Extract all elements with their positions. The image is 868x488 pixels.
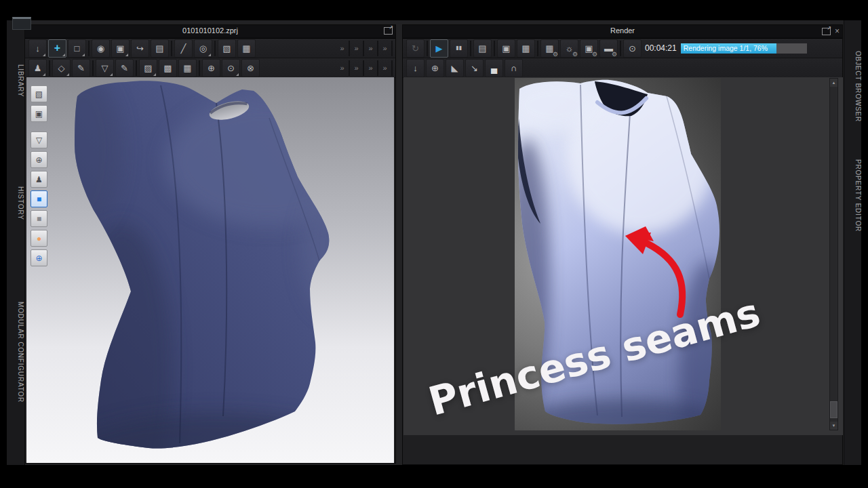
garment-pen-tool[interactable]: ✎ — [115, 59, 134, 77]
show-avatar-skin-toggle[interactable]: ● — [31, 230, 47, 247]
light-settings-button[interactable]: ☼⚙ — [560, 39, 578, 58]
scroll-down-icon[interactable]: ▼ — [830, 422, 837, 430]
toolbar-overflow-chevron[interactable]: » — [364, 60, 378, 76]
buttonhole-tool[interactable]: ⊙ — [222, 59, 240, 77]
show-2d-pattern-toggle[interactable]: ▣ — [31, 105, 47, 122]
measure-tool[interactable]: ╱ — [174, 39, 193, 58]
fabric-select-tool[interactable]: ◇ — [52, 59, 71, 77]
gear-icon: ⚙ — [553, 51, 558, 58]
corner-dropdown-marker — [43, 73, 45, 76]
sync-render-button[interactable]: ↻ — [406, 39, 425, 58]
gear-icon: ⚙ — [592, 51, 597, 58]
left-dock-rail: LIBRARY HISTORY MODULAR CONFIGURATOR — [7, 20, 25, 465]
letterbox-right — [861, 0, 868, 488]
video-settings-button[interactable]: ▬⚙ — [599, 39, 618, 58]
show-avatar-toggle[interactable]: ♟ — [31, 171, 47, 188]
toolbar-divider — [427, 41, 428, 56]
sidebar-tab-property-editor[interactable]: PROPERTY EDITOR — [844, 159, 862, 232]
sidebar-tab-object-browser[interactable]: OBJECT BROWSER — [844, 51, 862, 122]
corner-dropdown-marker — [153, 73, 156, 76]
toolbar-overflow-chevron[interactable]: » — [378, 60, 393, 76]
scrollbar-thumb[interactable] — [830, 401, 837, 418]
globe-pin-tool[interactable]: ◎ — [194, 39, 212, 58]
image-viewer-button[interactable]: ▦ — [517, 39, 535, 58]
mesh-surface-toggle[interactable]: ■ — [31, 210, 47, 227]
button-tool[interactable]: ⊕ — [202, 59, 220, 77]
render-toolbar-row2: ↓⊕◣↘▄∩ — [403, 58, 842, 78]
project-title: 0101010102.zprj — [25, 26, 395, 35]
fold-arrangement-tool[interactable]: ↪ — [131, 39, 149, 58]
toolbar-divider — [494, 41, 495, 56]
toolbar-divider — [537, 41, 538, 56]
environment-sphere-button[interactable]: ⊕ — [426, 59, 444, 77]
toolbar-overflow-chevron[interactable]: » — [364, 41, 378, 56]
cylinder-object-button[interactable]: ▄ — [485, 59, 503, 77]
show-3d-garment-toggle[interactable]: ▧ — [31, 85, 47, 102]
toolbar-overflow-chevron[interactable]: » — [350, 60, 364, 76]
corner-dropdown-marker — [62, 54, 65, 56]
sewing-pin-tool[interactable]: ▤ — [151, 39, 169, 58]
scroll-up-icon[interactable]: ▲ — [830, 79, 837, 87]
show-environment-toggle[interactable]: ⊕ — [31, 249, 47, 266]
garment-select-tool[interactable]: ▽ — [96, 59, 114, 77]
toolbar-divider — [470, 41, 471, 56]
toolbar-overflow-chevron[interactable]: » — [336, 60, 350, 76]
select-box-tool[interactable]: □ — [68, 39, 86, 58]
toolbar-divider — [49, 60, 50, 76]
pin-box-tool[interactable]: ▣ — [111, 39, 130, 58]
dome-light-button[interactable]: ∩ — [505, 59, 523, 77]
popout-icon[interactable]: ↗ — [822, 28, 831, 35]
toolbar-divider — [214, 41, 216, 56]
light-rays-button[interactable]: ↘ — [465, 59, 484, 77]
textured-surface-toggle[interactable]: ■ — [31, 190, 47, 207]
render-elapsed-time: 00:04:21 — [645, 43, 677, 53]
cone-light-button[interactable]: ◣ — [446, 59, 464, 77]
render-time-icon[interactable]: ⊙ — [623, 39, 642, 58]
toolbar-divider — [620, 41, 621, 56]
toolbar-divider — [92, 60, 94, 76]
3d-viewport[interactable]: ▧▣▽⊕♟■■●⊕ — [26, 77, 394, 463]
pattern-dots-tool[interactable]: ▩ — [159, 59, 177, 77]
popout-icon[interactable]: ↗ — [384, 27, 393, 35]
sidebar-tab-library[interactable]: LIBRARY — [7, 64, 24, 97]
corner-dropdown-marker — [236, 73, 239, 76]
toolbar-overflow-chevron[interactable]: » — [350, 41, 364, 56]
toolbar-overflow-chevron[interactable]: » — [378, 41, 393, 56]
show-garment-toggle[interactable]: ▽ — [31, 131, 47, 148]
corner-dropdown-marker — [208, 54, 211, 56]
docked-window-icon[interactable] — [12, 17, 31, 30]
project-window-titlebar: 0101010102.zprj ↗ — [25, 25, 395, 39]
button-lock-tool[interactable]: ⊗ — [241, 59, 260, 77]
avatar-tool[interactable]: ♟ — [28, 59, 47, 77]
letterbox-bottom — [0, 465, 868, 488]
camera-settings-button[interactable]: ▣⚙ — [580, 39, 598, 58]
close-icon[interactable]: × — [835, 27, 840, 35]
corner-dropdown-marker — [66, 73, 69, 76]
simulate-tool[interactable]: ↓ — [28, 39, 47, 58]
sidebar-tab-history[interactable]: HISTORY — [7, 186, 24, 220]
flatten-tool[interactable]: ▧ — [218, 39, 236, 58]
attach-pin-tool[interactable]: ▨ — [139, 59, 157, 77]
render-queue-button[interactable]: ▤ — [473, 39, 492, 58]
render-vertical-scrollbar[interactable]: ▲ ▼ — [829, 78, 838, 430]
render-pause-button[interactable]: ▮▮ — [450, 39, 468, 58]
toolbar-divider — [136, 60, 137, 76]
toolbar-divider — [88, 41, 90, 56]
toolbar-overflow-chevron[interactable]: » — [336, 41, 350, 56]
show-pins-toggle[interactable]: ⊕ — [31, 151, 47, 168]
toolbar-divider — [171, 41, 172, 56]
render-start-button[interactable]: ▶ — [430, 39, 448, 58]
snapshot-button[interactable]: ▣ — [497, 39, 515, 58]
pattern-grid-tool[interactable]: ▦ — [178, 59, 197, 77]
save-render-button[interactable]: ↓ — [406, 59, 425, 77]
arrangement-tool[interactable]: ▦ — [237, 39, 256, 58]
main-toolbar-row2: ♟◇✎▽✎▨▩▦⊕⊙⊗»»»» — [25, 58, 395, 78]
image-settings-button[interactable]: ▦⚙ — [540, 39, 559, 58]
select-move-tool[interactable]: + — [48, 39, 66, 58]
fabric-pen-tool[interactable]: ✎ — [72, 59, 90, 77]
corner-dropdown-marker — [110, 73, 113, 76]
pin-tool[interactable]: ◉ — [92, 39, 110, 58]
render-progress-bar: Rendering image 1/1, 76% — [681, 43, 807, 54]
corner-dropdown-marker — [125, 54, 128, 56]
sidebar-tab-modular-configurator[interactable]: MODULAR CONFIGURATOR — [7, 302, 24, 403]
